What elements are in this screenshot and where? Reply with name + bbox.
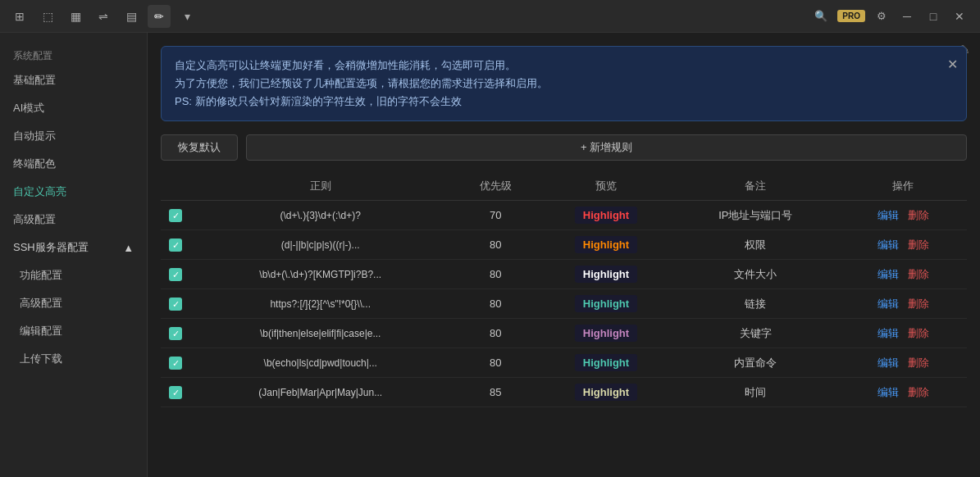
panel-icon[interactable]: ⬚ [36, 5, 59, 28]
sidebar-item-advanced[interactable]: 高级配置 [0, 206, 147, 234]
rule-text-4: \b(if|then|else|elif|fi|case|e... [260, 328, 381, 339]
row-checkbox-cell-2: ✓ [161, 260, 190, 289]
table-row: ✓ https?:[/]{2}[^\s"!*0{}\\... 80 Highli… [161, 289, 967, 319]
edit-button-1[interactable]: 编辑 [877, 238, 899, 251]
rule-text-0: (\d+\.){3}\d+(:\d+)? [280, 210, 361, 221]
row-note-2: 文件大小 [672, 260, 840, 289]
edit-button-6[interactable]: 编辑 [877, 386, 899, 398]
view-icon[interactable]: ▦ [64, 5, 87, 28]
highlight-preview-4: Highlight [575, 325, 637, 342]
row-preview-1: Highlight [540, 230, 672, 260]
row-preview-4: Highlight [540, 319, 672, 348]
search-icon[interactable]: 🔍 [809, 5, 832, 28]
maximize-button[interactable]: □ [921, 5, 946, 28]
pen-icon[interactable]: ✏ [148, 5, 171, 28]
edit-button-2[interactable]: 编辑 [877, 268, 899, 280]
sidebar-sub-items: 功能配置 高级配置 编辑配置 上传下载 [0, 261, 147, 373]
edit-button-0[interactable]: 编辑 [877, 209, 899, 221]
row-priority-5: 80 [450, 348, 540, 378]
add-rule-button[interactable]: + 新增规则 [246, 134, 967, 161]
row-rule-6: (Jan|Feb|Mar|Apr|May|Jun... [190, 378, 450, 407]
dropdown-icon[interactable]: ▾ [175, 5, 198, 28]
checkbox-0[interactable]: ✓ [169, 209, 182, 222]
checkbox-6[interactable]: ✓ [169, 386, 182, 399]
info-banner: 自定义高亮可以让终端更加好看，会稍微增加性能消耗，勾选即可启用。 为了方便您，我… [161, 46, 967, 121]
row-preview-0: Highlight [540, 201, 672, 230]
highlight-preview-2: Highlight [575, 266, 637, 283]
sidebar-item-ssh-server[interactable]: SSH服务器配置 ▲ [0, 234, 147, 261]
row-preview-3: Highlight [540, 289, 672, 319]
row-priority-2: 80 [450, 260, 540, 289]
main-content: ✎ 自定义高亮可以让终端更加好看，会稍微增加性能消耗，勾选即可启用。 为了方便您… [148, 33, 980, 477]
sidebar-label-function-config: 功能配置 [20, 268, 62, 283]
sidebar-label-advanced-config: 高级配置 [20, 296, 62, 311]
sidebar-label-advanced: 高级配置 [13, 212, 56, 227]
sidebar-label-custom-highlight: 自定义高亮 [13, 184, 66, 199]
row-preview-5: Highlight [540, 348, 672, 378]
row-actions-3: 编辑 删除 [840, 289, 967, 319]
row-checkbox-cell-0: ✓ [161, 201, 190, 230]
delete-button-1[interactable]: 删除 [908, 238, 929, 251]
row-rule-0: (\d+\.){3}\d+(:\d+)? [190, 201, 450, 230]
split-icon[interactable]: ⇌ [92, 5, 115, 28]
toolbar: 恢复默认 + 新增规则 [161, 134, 967, 161]
row-preview-2: Highlight [540, 260, 672, 289]
row-checkbox-cell-6: ✓ [161, 378, 190, 407]
row-priority-0: 70 [450, 201, 540, 230]
banner-close-button[interactable]: ✕ [947, 53, 958, 75]
sidebar-item-basic[interactable]: 基础配置 [0, 66, 147, 94]
sidebar-item-custom-highlight[interactable]: 自定义高亮 [0, 178, 147, 206]
sidebar-item-edit-config[interactable]: 编辑配置 [7, 317, 147, 345]
table-row: ✓ \b(if|then|else|elif|fi|case|e... 80 H… [161, 319, 967, 348]
row-rule-2: \b\d+(\.\d+)?[KMGTP]i?B?... [190, 260, 450, 289]
delete-button-0[interactable]: 删除 [908, 209, 929, 221]
delete-button-2[interactable]: 删除 [908, 268, 929, 280]
delete-button-4[interactable]: 删除 [908, 327, 929, 339]
banner-line1: 自定义高亮可以让终端更加好看，会稍微增加性能消耗，勾选即可启用。 [175, 57, 937, 75]
highlight-preview-5: Highlight [575, 354, 637, 371]
edit-button-5[interactable]: 编辑 [877, 357, 899, 369]
table-row: ✓ \b(echo|ls|cd|pwd|touch|... 80 Highlig… [161, 348, 967, 378]
sidebar-item-auto-hint[interactable]: 自动提示 [0, 122, 147, 150]
chevron-up-icon: ▲ [123, 242, 134, 254]
row-rule-3: https?:[/]{2}[^\s"!*0{}\\... [190, 289, 450, 319]
row-priority-6: 85 [450, 378, 540, 407]
sidebar-label-auto-hint: 自动提示 [13, 129, 56, 143]
edit-button-4[interactable]: 编辑 [877, 327, 899, 339]
row-priority-3: 80 [450, 289, 540, 319]
row-note-1: 权限 [672, 230, 840, 260]
delete-button-5[interactable]: 删除 [908, 357, 929, 369]
row-note-0: IP地址与端口号 [672, 201, 840, 230]
th-priority: 优先级 [450, 172, 540, 201]
sidebar-item-function-config[interactable]: 功能配置 [7, 261, 147, 289]
edit-button-3[interactable]: 编辑 [877, 298, 899, 310]
close-button[interactable]: ✕ [947, 5, 972, 28]
sidebar: 系统配置 基础配置 AI模式 自动提示 终端配色 自定义高亮 高级配置 SSH服… [0, 33, 148, 477]
sidebar-label-edit-config: 编辑配置 [20, 324, 62, 338]
layout-icon[interactable]: ⊞ [8, 5, 31, 28]
delete-button-6[interactable]: 删除 [908, 386, 929, 398]
table-body: ✓ (\d+\.){3}\d+(:\d+)? 70 Highlight IP地址… [161, 201, 967, 407]
row-rule-5: \b(echo|ls|cd|pwd|touch|... [190, 348, 450, 378]
grid-icon[interactable]: ▤ [120, 5, 143, 28]
minimize-button[interactable]: ─ [895, 5, 919, 28]
settings-icon[interactable]: ⚙ [870, 5, 893, 28]
row-checkbox-cell-3: ✓ [161, 289, 190, 319]
sidebar-item-ai[interactable]: AI模式 [0, 94, 147, 122]
sidebar-item-upload-download[interactable]: 上传下载 [7, 345, 147, 373]
restore-default-button[interactable]: 恢复默认 [161, 134, 238, 161]
checkbox-3[interactable]: ✓ [169, 298, 182, 311]
row-preview-6: Highlight [540, 378, 672, 407]
delete-button-3[interactable]: 删除 [908, 298, 929, 310]
row-actions-4: 编辑 删除 [840, 319, 967, 348]
sidebar-item-advanced-config[interactable]: 高级配置 [7, 289, 147, 317]
checkbox-2[interactable]: ✓ [169, 268, 182, 281]
sidebar-item-terminal-color[interactable]: 终端配色 [0, 150, 147, 178]
rules-table: 正则 优先级 预览 备注 操作 ✓ (\d+\.){3}\d+(:\d+)? 7… [161, 172, 967, 407]
row-actions-2: 编辑 删除 [840, 260, 967, 289]
checkbox-4[interactable]: ✓ [169, 327, 182, 340]
checkbox-1[interactable]: ✓ [169, 238, 182, 252]
th-preview: 预览 [540, 172, 672, 201]
checkbox-5[interactable]: ✓ [169, 357, 182, 370]
row-note-5: 内置命令 [672, 348, 840, 378]
